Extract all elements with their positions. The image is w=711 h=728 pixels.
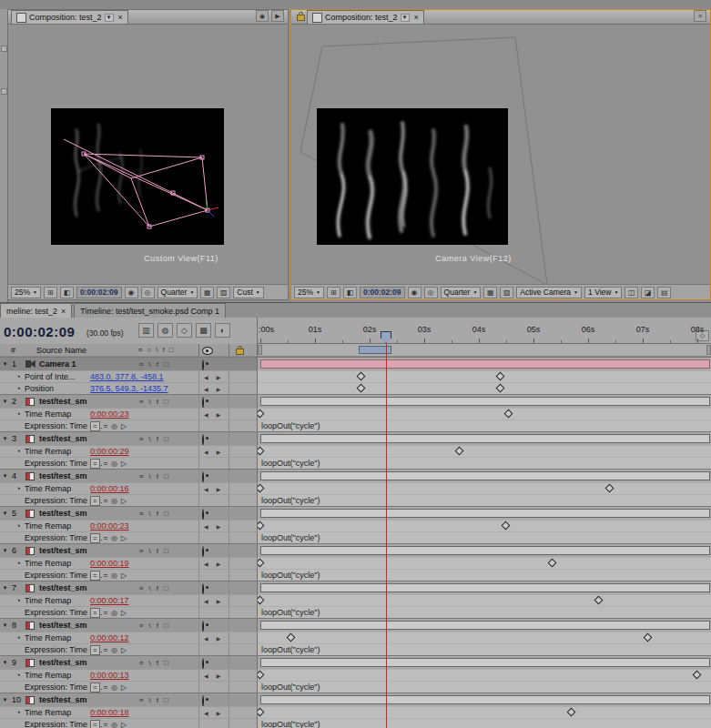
viewport-custom-view[interactable] xyxy=(51,108,224,245)
visibility-eye-icon[interactable] xyxy=(202,695,204,706)
property-value[interactable]: 0:00:00:16 xyxy=(90,484,129,493)
property-row[interactable]: ◔Position376.5, 549.3, -1435.7◀▶ xyxy=(0,382,711,394)
layer-switches[interactable]: ¤\f□ xyxy=(139,619,168,632)
expression-row[interactable]: Expression: Time R...=≈◎▷loopOut("cycle"… xyxy=(0,718,711,728)
visibility-eye-icon[interactable] xyxy=(202,471,204,482)
keyframe-navigator[interactable]: ◀▶ xyxy=(204,595,220,606)
keyframe-diamond[interactable] xyxy=(357,372,366,381)
lock-icon[interactable] xyxy=(297,15,305,21)
expression-graph-icon[interactable]: ≈ xyxy=(104,460,107,468)
layer-switch-icon[interactable]: f xyxy=(157,510,158,518)
layer-switch-icon[interactable]: □ xyxy=(164,659,168,667)
previous-keyframe-icon[interactable]: ◀ xyxy=(204,523,208,530)
playhead-line[interactable] xyxy=(386,344,387,728)
property-row-left[interactable]: ◔Time Remap0:00:00:19◀▶ xyxy=(0,557,258,569)
keyframe-diamond[interactable] xyxy=(502,521,511,531)
keyframe-diamond[interactable] xyxy=(496,372,505,381)
keyframe-diamond[interactable] xyxy=(644,633,653,642)
stopwatch-icon[interactable]: ◔ xyxy=(12,484,25,493)
expression-expand-icon[interactable]: ▷ xyxy=(121,721,127,728)
expression-pickwhip-icon[interactable]: ◎ xyxy=(111,422,117,430)
layer-switches[interactable]: ¤\f□ xyxy=(139,470,168,482)
property-row-left[interactable]: ◔Time Remap0:00:00:16◀▶ xyxy=(0,482,258,494)
layer-row[interactable]: ▼1Camera 1¤\f□ xyxy=(0,358,711,370)
expression-row-left[interactable]: Expression: Time R...=≈◎▷ xyxy=(0,681,258,693)
expression-value[interactable]: loopOut("cycle") xyxy=(261,645,320,654)
expression-graph-icon[interactable]: ≈ xyxy=(104,609,107,617)
transparency-grid-icon[interactable]: ▨ xyxy=(500,287,513,298)
layer-switch-icon[interactable]: f xyxy=(157,696,158,704)
live-update-button[interactable]: ◍ xyxy=(157,323,173,338)
expression-icons[interactable]: =≈◎▷ xyxy=(90,720,127,728)
layer-row[interactable]: ▼10test/test_sm¤\f□ xyxy=(0,693,711,706)
resolution-select[interactable]: Quarter ▼ xyxy=(441,287,482,298)
layer-switch-icon[interactable]: \ xyxy=(148,435,150,443)
expression-value[interactable]: loopOut("cycle") xyxy=(261,421,320,430)
layer-switch-icon[interactable]: ¤ xyxy=(139,435,143,443)
layer-switch-icon[interactable]: ¤ xyxy=(139,547,143,555)
visibility-eye-icon[interactable] xyxy=(202,546,204,557)
layer-switch-icon[interactable]: □ xyxy=(164,398,168,406)
viewer-timecode[interactable]: 0:00:02:09 xyxy=(76,287,122,298)
layer-switch-icon[interactable]: f xyxy=(157,472,158,480)
keyframe-diamond[interactable] xyxy=(693,671,702,680)
keyframe-diamond[interactable] xyxy=(258,410,264,419)
property-track[interactable] xyxy=(258,408,711,420)
keyframe-navigator[interactable]: ◀▶ xyxy=(204,707,220,718)
keyframe-diamond[interactable] xyxy=(258,596,264,605)
next-keyframe-icon[interactable]: ▶ xyxy=(217,449,221,455)
expression-icons[interactable]: =≈◎▷ xyxy=(90,608,127,618)
property-row[interactable]: ◔Time Remap0:00:00:23◀▶ xyxy=(0,408,711,420)
visibility-eye-icon[interactable] xyxy=(202,621,204,632)
property-track[interactable] xyxy=(258,706,711,718)
layer-duration-bar[interactable] xyxy=(260,658,710,667)
tab-close-icon[interactable]: × xyxy=(61,307,66,316)
safe-areas-icon[interactable]: ⊞ xyxy=(327,287,340,298)
layer-switch-icon[interactable]: \ xyxy=(148,398,150,406)
roi-icon[interactable]: ▦ xyxy=(483,287,497,298)
keyframe-navigator[interactable]: ◀▶ xyxy=(204,409,220,420)
property-value[interactable]: 376.5, 549.3, -1435.7 xyxy=(90,384,168,393)
tab-composition-right[interactable]: Composition: test_2 ▼ × xyxy=(307,10,424,24)
expression-icons[interactable]: =≈◎▷ xyxy=(90,533,127,543)
property-value[interactable]: 0:00:00:19 xyxy=(90,559,129,568)
expression-pickwhip-icon[interactable]: ◎ xyxy=(111,534,117,542)
keyframe-diamond[interactable] xyxy=(258,521,264,531)
property-row[interactable]: ◔Time Remap0:00:00:23◀▶ xyxy=(0,520,711,531)
expression-enable-icon[interactable]: = xyxy=(90,496,100,506)
layer-switch-icon[interactable]: ¤ xyxy=(139,659,143,667)
next-keyframe-icon[interactable]: ▶ xyxy=(217,598,221,604)
keyframe-diamond[interactable] xyxy=(548,559,557,568)
expression-pickwhip-icon[interactable]: ◎ xyxy=(111,571,117,580)
expand-triangle-icon[interactable]: ▼ xyxy=(0,548,10,553)
expression-enable-icon[interactable]: = xyxy=(90,608,100,618)
expression-value[interactable]: loopOut("cycle") xyxy=(261,459,320,468)
expand-triangle-icon[interactable]: ▼ xyxy=(0,660,10,665)
layer-switch-icon[interactable]: f xyxy=(157,360,158,369)
frame-blend-button[interactable]: ▩ xyxy=(196,323,211,338)
layer-row-left[interactable]: ▼10test/test_sm¤\f□ xyxy=(0,693,258,706)
tab-timeline-smoke-comp[interactable]: Timeline: test/test_smoke.psd Comp 1 xyxy=(74,303,226,318)
layer-duration-bar[interactable] xyxy=(260,695,710,704)
layer-row-left[interactable]: ▼8test/test_sm¤\f□ xyxy=(0,619,258,632)
keyframe-diamond[interactable] xyxy=(496,384,505,393)
expression-expand-icon[interactable]: ▷ xyxy=(121,609,127,617)
keyframe-navigator[interactable]: ◀▶ xyxy=(204,558,220,569)
safe-areas-icon[interactable]: ⊞ xyxy=(44,287,57,298)
property-track[interactable] xyxy=(258,632,711,643)
layer-switch-icon[interactable]: □ xyxy=(164,472,168,480)
layer-track[interactable] xyxy=(258,470,711,482)
layer-track[interactable] xyxy=(258,507,711,520)
previous-keyframe-icon[interactable]: ◀ xyxy=(204,386,208,392)
viewer-timecode[interactable]: 0:00:02:09 xyxy=(360,287,405,298)
view-layout-select[interactable]: 1 View ▼ xyxy=(584,287,622,298)
expression-value[interactable]: loopOut("cycle") xyxy=(261,682,320,692)
previous-keyframe-icon[interactable]: ◀ xyxy=(204,411,208,418)
zoom-select[interactable]: 25% ▼ xyxy=(294,287,324,298)
expression-graph-icon[interactable]: ≈ xyxy=(104,534,107,542)
expression-value[interactable]: loopOut("cycle") xyxy=(261,608,320,617)
layer-switch-icon[interactable]: ¤ xyxy=(139,510,143,518)
layer-switch-icon[interactable]: ¤ xyxy=(139,696,143,704)
property-track[interactable] xyxy=(258,594,711,606)
visibility-eye-icon[interactable] xyxy=(202,434,204,445)
